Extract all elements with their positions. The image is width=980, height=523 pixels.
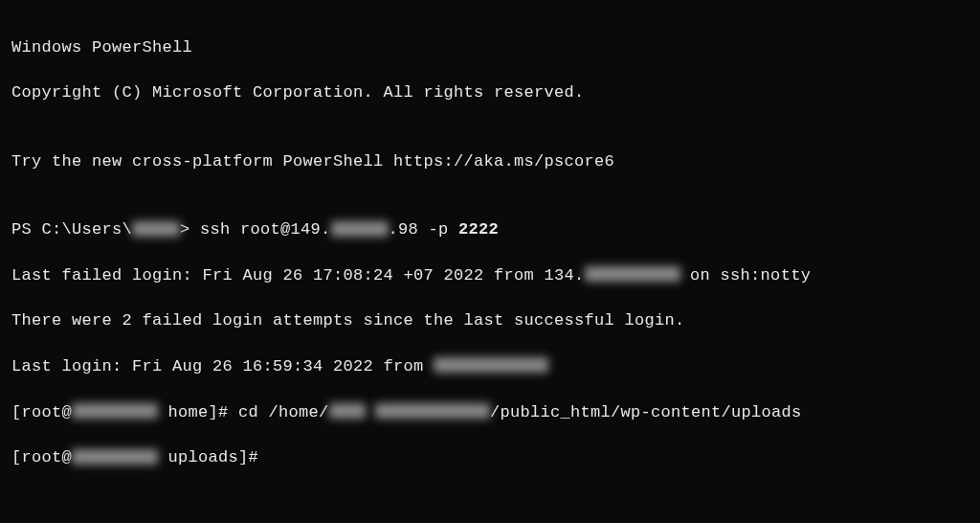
redacted-hostname-2	[72, 449, 158, 465]
redacted-hostname-1	[72, 403, 158, 419]
last-login-prefix: Last login: Fri Aug 26 16:59:34 2022 fro…	[11, 357, 434, 375]
last-login-line: Last login: Fri Aug 26 16:59:34 2022 fro…	[11, 355, 969, 378]
root-open-2: [root@	[11, 448, 72, 466]
last-failed-prefix: Last failed login: Fri Aug 26 17:08:24 +…	[11, 266, 585, 284]
copyright-line: Copyright (C) Microsoft Corporation. All…	[11, 81, 969, 104]
uploads-bracket: uploads]#	[158, 448, 258, 466]
failed-attempts-line: There were 2 failed login attempts since…	[11, 309, 969, 332]
path-suffix: /public_html/wp-content/uploads	[490, 403, 802, 421]
last-failed-login-line: Last failed login: Fri Aug 26 17:08:24 +…	[11, 264, 969, 287]
root-uploads-prompt-line: [root@ uploads]#	[11, 446, 969, 469]
prompt-arrow: >	[180, 220, 200, 239]
try-pscore-line: Try the new cross-platform PowerShell ht…	[11, 150, 969, 173]
redacted-last-ip	[434, 357, 548, 373]
ps-prompt-line: PS C:\Users\> ssh root@149..98 -p 2222	[11, 218, 969, 241]
ip-suffix: .98 -p	[389, 220, 459, 239]
redacted-username	[132, 221, 180, 237]
ssh-port: 2222	[458, 220, 499, 239]
header-title: Windows PowerShell	[11, 36, 969, 59]
ps-prefix: PS C:\Users\	[11, 220, 132, 239]
terminal-output[interactable]: Windows PowerShell Copyright (C) Microso…	[11, 13, 969, 492]
redacted-source-ip	[585, 266, 680, 282]
root-home-prompt-line: [root@ home]# cd /home/ /public_html/wp-…	[11, 401, 969, 424]
home-bracket: home]#	[158, 403, 238, 421]
redacted-path-seg-2	[375, 403, 490, 419]
root-open-1: [root@	[11, 403, 72, 421]
cd-command: cd /home/	[238, 403, 329, 421]
redacted-host-ip	[331, 221, 389, 237]
ssh-notty-suffix: on ssh:notty	[680, 266, 812, 284]
ssh-command: ssh root@149.	[200, 220, 331, 239]
redacted-path-seg-1	[329, 403, 366, 419]
